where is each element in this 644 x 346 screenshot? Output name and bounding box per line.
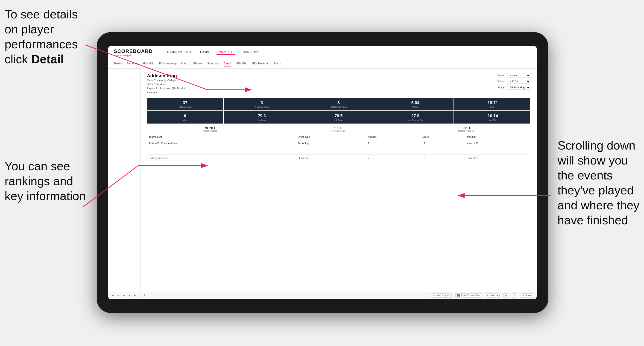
stat-wins-value: 0 [148,114,222,119]
gender-select[interactable]: Women Men [507,73,530,78]
tab-matrix[interactable]: Matrix [181,61,189,66]
tab-summary2[interactable]: Summary [207,61,219,66]
save-custom-view-label: Save Custom View [461,294,480,297]
annotation-bottom-left-line2: rankings and [4,174,73,188]
tab-teams[interactable]: Teams [114,61,122,66]
logo-subtitle: Powered by clippd [114,54,153,57]
view-icon: 👁 [433,294,435,297]
share-icon: ↗ [522,294,524,297]
stat-avg-score-value: 79.6 [225,114,298,119]
stat-avg-score-par-label: Avg Score to Par [379,119,452,121]
watch-icon: ⊙ [487,294,489,297]
stat-avg-score-par-value: 27.8 [379,114,452,119]
stat-avg-score-par: 27.8 Avg Score to Par [377,111,454,124]
table-row: Estella CC- Mountain Classic Stroke Play… [147,140,530,147]
left-sidebar [108,69,140,292]
stat-points: 6.04 Points [377,98,454,110]
toolbar-icon2[interactable]: ⊗ [128,294,130,297]
stat-conference-rank-value: 3 [302,101,375,105]
watch-label: Watch ▾ [490,294,498,297]
record-top50: 5-11-1 Record vs top 50 [458,126,474,132]
player-header: Addison King Mesa Community College NJCA… [147,73,530,95]
toolbar-icon3[interactable]: ⊟ [134,294,136,297]
stats-grid-row1: 37 National Rank 3 Regional Rank 3 Confe… [147,98,530,110]
player-division: NJCAA Division 1 [147,83,185,87]
stat-avg-score-label: Avg Score [225,119,298,121]
tab-summary[interactable]: Summary [126,61,138,66]
tab-players[interactable]: Players [193,61,202,66]
cell-rounds-3: 2 [366,155,421,162]
top-nav: SCOREBOARD Powered by clippd TOURNAMENTS… [108,46,537,59]
stat-national-rank: 37 National Rank [147,98,223,110]
cell-score-1: 17 [420,140,466,147]
toolbar-icon1[interactable]: ⊕ [123,294,125,297]
toolbar-clock-icon[interactable]: ⏱ [144,294,146,297]
stat-adj-score: 78.5 Adj Score [300,111,376,124]
save-custom-view-button[interactable]: 💾 Save Custom View [455,293,482,298]
tab-matrix2[interactable]: Matrix [274,61,282,66]
player-select[interactable]: Addison King [507,85,530,90]
col-position: Position [466,134,530,140]
stat-regional-rank: 3 Regional Rank [224,98,300,110]
record-overall-label: Overall Record [204,130,217,132]
nav-tournaments[interactable]: TOURNAMENTS [166,50,191,55]
stat-avg-sg: -10.14 Avg SG [454,111,530,124]
content-panel: Addison King Mesa Community College NJCA… [140,69,537,292]
records-row: 91-20-1 Overall Record 1-5-0 Record vs t… [147,126,530,132]
stat-national-rank-label: National Rank [148,106,222,108]
stat-conference-rank-label: Conference Rank [302,106,375,108]
save-icon: 💾 [457,294,460,297]
stat-points-label: Points [379,106,452,108]
stat-sos: -19.71 SoS [454,98,530,110]
tab-h2h-grid2[interactable]: H2H Grid [236,61,247,66]
tab-h2h-heatmap[interactable]: H2H Heatmap [159,61,177,66]
cell-score-3: 16 [420,155,466,162]
record-top50-label: Record vs top 50 [458,130,474,132]
tab-h2h-heatmap2[interactable]: H2H Heatmap [252,61,269,66]
cell-event-type-3: Stroke Play [296,155,366,162]
col-rounds: Rounds [366,134,421,140]
stat-regional-rank-label: Regional Rank [225,106,298,108]
stats-grid-row2: 0 Wins 79.6 Avg Score 78.5 Adj Score 2 [147,111,530,124]
player-region: Region 1 - Southwest (18) District [147,86,185,91]
view-original-label: View: Original [436,294,450,297]
cell-rounds-1: 2 [366,140,421,147]
fullscreen-icon[interactable]: ⤢ [512,293,517,298]
tournament-table: Tournament Event Type Rounds Score Posit… [147,134,530,162]
tab-h2h-grid[interactable]: H2H Grid [143,61,154,66]
watch-button[interactable]: ⊙ Watch ▾ [486,293,500,298]
player-row: Player Addison King [498,85,530,90]
player-label: Player [498,86,505,89]
annotation-detail-bold: Detail [31,52,64,66]
stat-adj-score-value: 78.5 [302,114,375,119]
tab-detail[interactable]: Detail [224,61,231,66]
toolbar-undo-icon[interactable]: ↩ [112,294,114,297]
stat-national-rank-value: 37 [148,101,222,105]
stat-regional-rank-value: 3 [225,101,298,105]
stat-conference-rank: 3 Conference Rank [300,98,376,110]
col-event-type: Event Type [296,134,366,140]
col-tournament: Tournament [147,134,296,140]
cell-position-1: 4 out of 20 [466,140,530,147]
record-top25-value: 1-5-0 [330,126,346,130]
player-year: First Year [147,91,185,95]
stat-sos-value: -19.71 [455,101,529,105]
view-original-button[interactable]: 👁 View: Original [431,293,452,298]
share-button[interactable]: ↗ Share [521,293,533,298]
nav-rankings[interactable]: RANKINGS [243,50,259,55]
app-container: SCOREBOARD Powered by clippd TOURNAMENTS… [108,46,537,299]
cell-tournament-1: Estella CC- Mountain Classic [147,140,296,147]
record-top50-value: 5-11-1 [458,126,474,130]
record-overall: 91-20-1 Overall Record [204,126,217,132]
division-select[interactable]: NJCAA I NJCAA II [507,79,530,84]
stat-avg-sg-value: -10.14 [455,114,529,119]
table-header-row: Tournament Event Type Rounds Score Posit… [147,134,530,140]
layout-icon-area[interactable]: ⊞ [503,293,508,298]
nav-teams[interactable]: TEAMS [198,50,209,55]
table-row: Lady Coyote Invite Stroke Play 2 16 7 ou… [147,155,530,162]
record-top25-label: Record vs top 25 [330,130,346,132]
record-top25: 1-5-0 Record vs top 25 [330,126,346,132]
nav-committee[interactable]: COMMITTEE [216,50,236,55]
player-controls: Gender Women Men Division NJCAA I [496,73,530,90]
toolbar-redo-icon[interactable]: ↪ [118,294,119,297]
